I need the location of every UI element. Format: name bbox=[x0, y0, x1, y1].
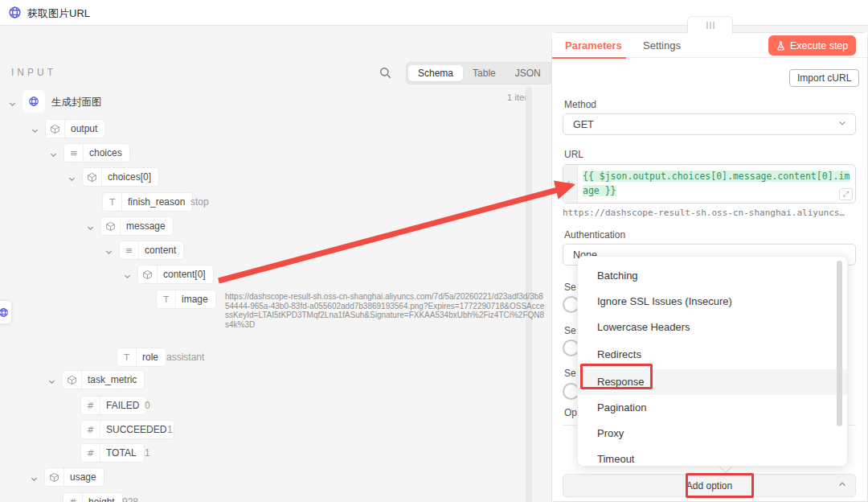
url-expression-value: {{ $json.output.choices[0].message.conte… bbox=[583, 171, 850, 196]
string-icon: T bbox=[103, 193, 122, 211]
chevron-down-icon[interactable] bbox=[8, 97, 17, 112]
flask-icon bbox=[776, 41, 785, 51]
object-icon bbox=[83, 168, 102, 186]
import-curl-button[interactable]: Import cURL bbox=[789, 69, 859, 87]
string-icon: T bbox=[117, 348, 137, 366]
execute-step-button[interactable]: Execute step bbox=[768, 35, 856, 56]
object-icon bbox=[45, 468, 64, 486]
node-title: 获取图片URL bbox=[27, 6, 90, 21]
tree-value: 928 bbox=[122, 496, 138, 502]
object-icon bbox=[63, 371, 82, 389]
menu-item-proxy[interactable]: Proxy bbox=[578, 421, 847, 446]
list-icon: ≡ bbox=[64, 144, 84, 162]
tree-key[interactable]: ≡content bbox=[119, 241, 184, 260]
tree-row: Trole assistant bbox=[0, 347, 530, 368]
authentication-label: Authentication bbox=[564, 229, 625, 241]
menu-item-lowercase-headers[interactable]: Lowercase Headers bbox=[578, 315, 847, 340]
tree-key[interactable]: choices[0] bbox=[82, 167, 159, 187]
window-titlebar: 获取图片URL bbox=[0, 0, 868, 26]
screen: 获取图片URL INPUT Schema Table JSON 1 item 生… bbox=[0, 0, 868, 502]
options-label: Op bbox=[564, 407, 577, 418]
tree-row: usage bbox=[0, 467, 530, 488]
tree-row: output bbox=[0, 118, 530, 139]
tree-row: message bbox=[0, 216, 530, 237]
tab-settings[interactable]: Settings bbox=[643, 39, 681, 51]
dropdown-scrollbar[interactable] bbox=[837, 261, 842, 426]
menu-item-pagination[interactable]: Pagination bbox=[578, 395, 847, 421]
node-globe-icon bbox=[23, 90, 45, 113]
number-icon: # bbox=[81, 397, 100, 414]
tree-value: assistant bbox=[166, 352, 204, 363]
method-select[interactable]: GET bbox=[563, 113, 856, 135]
add-option-dropdown: Batching Ignore SSL Issues (Insecure) Lo… bbox=[577, 256, 848, 467]
input-panel-header: INPUT bbox=[11, 67, 56, 78]
add-option-button[interactable]: Add option bbox=[563, 474, 856, 497]
tab-json[interactable]: JSON bbox=[506, 65, 551, 81]
tree-row: #height 928 bbox=[0, 492, 530, 502]
chevron-down-icon[interactable] bbox=[104, 245, 113, 260]
chevron-down-icon[interactable] bbox=[30, 472, 39, 487]
menu-item-timeout[interactable]: Timeout bbox=[578, 446, 847, 472]
globe-icon bbox=[0, 307, 9, 318]
card-header: Parameters Settings Execute step bbox=[552, 33, 867, 58]
tree-row: choices[0] bbox=[0, 167, 530, 187]
menu-item-ignore-ssl[interactable]: Ignore SSL Issues (Insecure) bbox=[578, 289, 847, 315]
send-headers-label: Se bbox=[564, 325, 576, 336]
view-mode-tabs: Schema Table JSON bbox=[406, 62, 553, 84]
number-icon: # bbox=[81, 444, 100, 462]
globe-icon bbox=[8, 6, 22, 23]
tree-key[interactable]: #SUCCEEDED bbox=[80, 420, 174, 439]
tree-value-image-url: https://dashscope-result-sh.oss-cn-shang… bbox=[225, 292, 545, 329]
tree-row: #TOTAL 1 bbox=[0, 442, 530, 463]
menu-item-batching[interactable]: Batching bbox=[578, 263, 847, 289]
tree-key[interactable]: message bbox=[100, 216, 174, 236]
tree-key[interactable]: output bbox=[45, 119, 105, 138]
tree-row: content[0] bbox=[0, 264, 530, 285]
expression-marker-icon: fx bbox=[563, 165, 578, 203]
tree-key[interactable]: content[0] bbox=[137, 265, 214, 284]
tree-row: ≡content bbox=[0, 240, 530, 261]
tree-value: 1 bbox=[145, 447, 150, 459]
number-icon: # bbox=[81, 421, 100, 438]
tree-value: stop bbox=[190, 196, 209, 208]
tree-key[interactable]: #FAILED bbox=[80, 396, 147, 415]
chevron-down-icon[interactable] bbox=[123, 270, 132, 284]
input-panel: INPUT Schema Table JSON 1 item 生成封面图 out… bbox=[0, 26, 535, 502]
menu-item-redirects[interactable]: Redirects bbox=[578, 340, 847, 369]
search-icon[interactable] bbox=[379, 67, 391, 82]
tree-key[interactable]: #TOTAL bbox=[80, 443, 145, 463]
tree-row: task_metric bbox=[0, 369, 530, 390]
tree-key[interactable]: ≡choices bbox=[63, 143, 130, 163]
tree-node-label[interactable]: 生成封面图 bbox=[51, 96, 102, 109]
edge-node-icon-box[interactable] bbox=[0, 300, 12, 324]
chevron-down-icon[interactable] bbox=[68, 172, 76, 187]
tree-key[interactable]: #height bbox=[63, 492, 123, 502]
send-body-label: Se bbox=[564, 368, 576, 379]
list-icon: ≡ bbox=[120, 241, 139, 259]
chevron-down-icon[interactable] bbox=[49, 148, 58, 163]
method-label: Method bbox=[564, 99, 596, 110]
chevron-down-icon[interactable] bbox=[47, 375, 56, 389]
url-resolved-preview: https://dashscope-result-sh.oss-cn-shang… bbox=[563, 208, 862, 218]
number-icon: # bbox=[63, 493, 83, 502]
url-expression-field[interactable]: fx {{ $json.output.choices[0].message.co… bbox=[563, 164, 856, 204]
chevron-down-icon[interactable] bbox=[86, 221, 95, 236]
tree-key[interactable]: Tfinish_reason bbox=[102, 192, 193, 212]
tree-key[interactable]: usage bbox=[44, 467, 104, 487]
send-query-label: Se bbox=[564, 282, 576, 293]
tab-schema[interactable]: Schema bbox=[408, 65, 463, 81]
tree-key[interactable]: Trole bbox=[117, 348, 166, 367]
tab-table[interactable]: Table bbox=[463, 65, 506, 81]
tree-key[interactable]: task_metric bbox=[62, 370, 145, 389]
tree-key[interactable]: Timage bbox=[156, 290, 216, 309]
panel-drag-handle[interactable] bbox=[687, 16, 733, 34]
tab-parameters[interactable]: Parameters bbox=[565, 39, 622, 51]
open-expression-editor-icon[interactable]: ⤢ bbox=[839, 188, 853, 200]
menu-item-response[interactable]: Response bbox=[578, 369, 847, 395]
tree-row: Tfinish_reason stop bbox=[0, 191, 530, 212]
string-icon: T bbox=[157, 290, 176, 308]
tree-row: #FAILED 0 bbox=[0, 395, 530, 416]
chevron-down-icon bbox=[837, 118, 847, 130]
chevron-up-icon bbox=[837, 479, 847, 492]
chevron-down-icon[interactable] bbox=[31, 124, 39, 138]
